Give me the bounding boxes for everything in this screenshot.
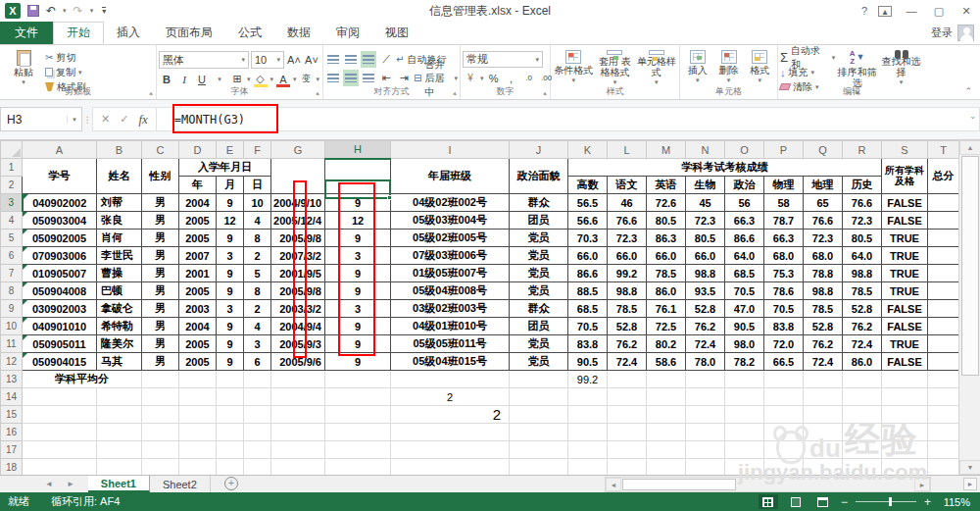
find-select-button[interactable]: 查找和选择▾ — [879, 47, 923, 86]
row-header-11[interactable]: 11 — [1, 335, 23, 353]
cell[interactable] — [764, 406, 804, 424]
align-center-icon[interactable] — [343, 70, 359, 86]
cell[interactable] — [391, 424, 510, 441]
cell[interactable]: 88.5 — [568, 282, 608, 300]
cell[interactable]: 70.5 — [764, 300, 804, 318]
delete-cells-button[interactable]: 删除▾ — [713, 47, 745, 86]
cut-button[interactable]: ✂剪切 — [45, 51, 86, 64]
cell[interactable] — [647, 371, 686, 388]
cell[interactable]: 拿破仑 — [97, 300, 142, 318]
column-header-O[interactable]: O — [725, 141, 764, 159]
cell[interactable]: 男 — [142, 335, 179, 353]
cell[interactable]: 3 — [325, 300, 391, 318]
cell[interactable]: 3 — [244, 335, 271, 353]
cell[interactable]: 07级03班006号 — [391, 247, 510, 265]
zoom-slider-thumb[interactable] — [889, 497, 892, 506]
cell[interactable] — [271, 441, 325, 459]
cell[interactable] — [928, 441, 959, 459]
cell[interactable]: 64.0 — [725, 247, 764, 265]
cell[interactable] — [244, 371, 271, 388]
cell[interactable] — [23, 388, 97, 406]
cell[interactable]: 70.5 — [568, 318, 608, 335]
cell[interactable] — [97, 388, 142, 406]
cell[interactable]: 86.0 — [843, 353, 882, 371]
cell[interactable] — [764, 371, 804, 388]
cell[interactable]: 9 — [325, 282, 391, 300]
cell[interactable]: 12 — [325, 212, 391, 230]
cell[interactable]: 72.4 — [686, 335, 725, 353]
cell[interactable]: 86.6 — [725, 230, 764, 247]
cell[interactable]: 72.3 — [686, 212, 725, 230]
cell[interactable]: 党员 — [510, 265, 568, 282]
cell[interactable]: 78.6 — [764, 282, 804, 300]
cell[interactable] — [928, 459, 959, 476]
cell[interactable]: 2005 — [179, 335, 217, 353]
tab-insert[interactable]: 插入 — [104, 22, 153, 44]
page-layout-view-icon[interactable] — [786, 494, 806, 509]
cell[interactable]: 050903004 — [23, 212, 97, 230]
cell[interactable] — [244, 406, 271, 424]
column-header-K[interactable]: K — [568, 141, 608, 159]
cell[interactable]: 男 — [142, 247, 179, 265]
row-header-12[interactable]: 12 — [1, 353, 23, 371]
cell[interactable]: 2 — [244, 247, 271, 265]
cell[interactable]: 8 — [244, 282, 271, 300]
cell[interactable]: 72.6 — [647, 194, 686, 212]
cell[interactable]: 52.8 — [608, 318, 647, 335]
cell[interactable] — [142, 388, 179, 406]
cell[interactable]: 肖何 — [97, 230, 142, 247]
cell[interactable] — [928, 335, 959, 353]
cell[interactable]: 05级04班015号 — [391, 353, 510, 371]
cell[interactable] — [97, 406, 142, 424]
column-header-S[interactable]: S — [882, 141, 928, 159]
cell[interactable] — [271, 406, 325, 424]
cell[interactable]: 9 — [217, 230, 244, 247]
column-header-H[interactable]: H — [325, 141, 391, 159]
cell[interactable]: 98.8 — [804, 282, 843, 300]
cell[interactable]: 52.8 — [843, 300, 882, 318]
header-cell[interactable]: 物理 — [764, 177, 804, 194]
scroll-right-icon[interactable]: ► — [914, 478, 930, 491]
cell[interactable] — [686, 459, 725, 476]
cell[interactable]: 2005 — [179, 230, 217, 247]
cell[interactable] — [804, 441, 843, 459]
cell[interactable] — [510, 441, 568, 459]
column-header-L[interactable]: L — [608, 141, 647, 159]
cell[interactable]: 04级01班010号 — [391, 318, 510, 335]
cell[interactable] — [647, 406, 686, 424]
cell[interactable] — [725, 424, 764, 441]
cell[interactable] — [608, 459, 647, 476]
cell[interactable]: 58.6 — [647, 353, 686, 371]
cell[interactable]: TRUE — [882, 265, 928, 282]
cell[interactable] — [510, 424, 568, 441]
cell[interactable]: 56.6 — [568, 212, 608, 230]
cell[interactable]: 78.8 — [804, 265, 843, 282]
cell[interactable]: 66.3 — [725, 212, 764, 230]
cell[interactable] — [510, 371, 568, 388]
conditional-formatting-button[interactable]: 条件格式▾ — [553, 47, 594, 86]
sheet-nav-prev-icon[interactable]: ◄ — [45, 480, 53, 488]
cell[interactable] — [882, 424, 928, 441]
format-as-table-button[interactable]: 套用 表格格式▾ — [594, 47, 635, 86]
cell[interactable] — [325, 459, 391, 476]
cell[interactable] — [804, 371, 843, 388]
cell[interactable]: 2001 — [179, 265, 217, 282]
cell[interactable]: 47.0 — [725, 300, 764, 318]
cell[interactable] — [23, 406, 97, 424]
header-cell[interactable]: 年 — [179, 177, 217, 194]
horizontal-scroll-thumb[interactable] — [622, 479, 736, 490]
increase-font-icon[interactable]: A˄ — [286, 52, 302, 69]
cell[interactable]: FALSE — [882, 194, 928, 212]
cell[interactable]: 2004/9/4 — [271, 318, 325, 335]
cell[interactable]: 05级04班008号 — [391, 282, 510, 300]
cell[interactable]: 4 — [244, 318, 271, 335]
cell[interactable]: 050904008 — [23, 282, 97, 300]
cell[interactable] — [217, 424, 244, 441]
cell[interactable] — [510, 388, 568, 406]
cell[interactable] — [391, 459, 510, 476]
cell[interactable]: 70.3 — [568, 230, 608, 247]
maximize-button[interactable]: ▢ — [925, 1, 953, 21]
cell[interactable]: 党员 — [510, 282, 568, 300]
cell[interactable] — [568, 388, 608, 406]
column-header-D[interactable]: D — [179, 141, 217, 159]
